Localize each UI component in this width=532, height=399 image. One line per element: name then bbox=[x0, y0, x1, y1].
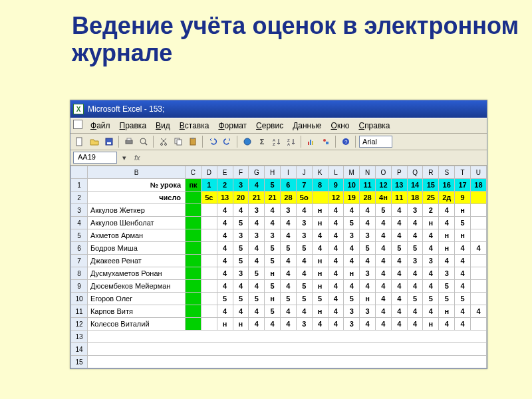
row-header[interactable]: 1 bbox=[71, 179, 88, 192]
cell[interactable]: 4 bbox=[281, 305, 297, 318]
cell[interactable]: н bbox=[217, 318, 233, 331]
cell[interactable]: 21 bbox=[249, 192, 265, 204]
cell[interactable] bbox=[470, 217, 486, 229]
cell[interactable]: н bbox=[312, 267, 328, 280]
row-header[interactable]: 2 bbox=[71, 192, 88, 204]
row-header[interactable]: 3 bbox=[71, 204, 88, 217]
cell[interactable]: 3 bbox=[296, 229, 312, 242]
cell[interactable]: 4 bbox=[217, 255, 233, 267]
cell[interactable] bbox=[186, 217, 201, 229]
cell[interactable]: н bbox=[423, 318, 439, 331]
copy-icon[interactable] bbox=[172, 135, 185, 148]
cell[interactable] bbox=[186, 318, 201, 331]
cell[interactable]: 4 bbox=[391, 229, 407, 242]
cell[interactable]: 4 bbox=[217, 204, 233, 217]
cell[interactable]: 5 bbox=[312, 293, 328, 305]
cell[interactable] bbox=[201, 242, 217, 255]
cell-student-name[interactable]: Дусмухаметов Ронан bbox=[87, 267, 185, 280]
cell[interactable] bbox=[201, 217, 217, 229]
cell[interactable]: 3 bbox=[233, 267, 249, 280]
cell[interactable]: 4 bbox=[455, 305, 471, 318]
cell-student-name[interactable]: Ахметов Арман bbox=[87, 229, 185, 242]
cell[interactable]: 9 bbox=[328, 179, 344, 192]
cell[interactable]: 18 bbox=[407, 192, 423, 204]
cell[interactable]: н bbox=[265, 293, 281, 305]
open-icon[interactable] bbox=[88, 135, 101, 148]
cell[interactable]: 4 bbox=[328, 229, 344, 242]
cell[interactable]: 4 bbox=[391, 305, 407, 318]
cell[interactable] bbox=[470, 204, 486, 217]
cell[interactable]: 4 bbox=[312, 229, 328, 242]
cell[interactable]: 17 bbox=[455, 179, 471, 192]
cell[interactable]: 16 bbox=[439, 179, 455, 192]
cell[interactable] bbox=[470, 192, 486, 204]
row-header[interactable]: 10 bbox=[71, 293, 88, 305]
cell[interactable]: 4 bbox=[360, 280, 376, 293]
cell[interactable]: 5с bbox=[201, 192, 217, 204]
cell[interactable]: 4 bbox=[360, 318, 376, 331]
col-header[interactable]: R bbox=[423, 166, 439, 179]
cell[interactable]: 5 bbox=[296, 280, 312, 293]
cell[interactable]: 3 bbox=[407, 255, 423, 267]
menu-edit[interactable]: Правка bbox=[116, 120, 151, 132]
cell[interactable]: 6 bbox=[281, 179, 297, 192]
cell[interactable]: 4 bbox=[217, 267, 233, 280]
cell[interactable]: 4 bbox=[439, 217, 455, 229]
col-header[interactable]: N bbox=[360, 166, 376, 179]
col-header[interactable]: T bbox=[455, 166, 471, 179]
cell[interactable]: 4 bbox=[217, 242, 233, 255]
cell[interactable]: 28 bbox=[360, 192, 376, 204]
cell[interactable]: 21 bbox=[265, 192, 281, 204]
cell[interactable]: н bbox=[312, 280, 328, 293]
row-header[interactable]: 4 bbox=[71, 217, 88, 229]
cell[interactable]: н bbox=[439, 242, 455, 255]
cell[interactable]: 5 bbox=[233, 255, 249, 267]
cell[interactable] bbox=[186, 229, 201, 242]
cell[interactable]: 4 bbox=[328, 293, 344, 305]
cell[interactable]: 5о bbox=[296, 192, 312, 204]
cell[interactable]: 5 bbox=[217, 293, 233, 305]
cell[interactable]: 4 bbox=[407, 267, 423, 280]
cell[interactable] bbox=[186, 255, 201, 267]
cell[interactable]: 4 bbox=[281, 280, 297, 293]
cell[interactable]: 5 bbox=[265, 242, 281, 255]
cell[interactable]: 5 bbox=[233, 242, 249, 255]
cell[interactable]: н bbox=[312, 305, 328, 318]
cell[interactable]: 4 bbox=[328, 242, 344, 255]
cell[interactable]: 4 bbox=[375, 305, 391, 318]
cell[interactable] bbox=[186, 305, 201, 318]
row-header[interactable]: 7 bbox=[71, 255, 88, 267]
cell[interactable]: 4 bbox=[328, 204, 344, 217]
cell[interactable]: 4 bbox=[344, 242, 360, 255]
col-header[interactable]: D bbox=[201, 166, 217, 179]
row-header[interactable]: 13 bbox=[71, 331, 88, 343]
cell[interactable]: 25 bbox=[423, 192, 439, 204]
cell[interactable]: 5 bbox=[375, 204, 391, 217]
cell[interactable]: 4 bbox=[328, 217, 344, 229]
cell[interactable]: н bbox=[360, 293, 376, 305]
cell[interactable]: н bbox=[312, 255, 328, 267]
cell[interactable]: 5 bbox=[249, 267, 265, 280]
col-header[interactable]: L bbox=[328, 166, 344, 179]
cell[interactable]: 13 bbox=[391, 179, 407, 192]
cell[interactable]: 4 bbox=[360, 204, 376, 217]
help-icon[interactable]: ? bbox=[339, 135, 352, 148]
cell[interactable]: 4 bbox=[281, 255, 297, 267]
cell[interactable]: 4 bbox=[407, 280, 423, 293]
cell[interactable]: 2 bbox=[423, 204, 439, 217]
cell[interactable]: 4 bbox=[391, 217, 407, 229]
sort-desc-icon[interactable]: ZA bbox=[285, 135, 298, 148]
cell[interactable] bbox=[186, 242, 201, 255]
cell[interactable]: 3 bbox=[281, 204, 297, 217]
cell[interactable]: 4 bbox=[328, 267, 344, 280]
cell[interactable] bbox=[470, 293, 486, 305]
cut-icon[interactable] bbox=[157, 135, 170, 148]
cell[interactable]: 4 bbox=[391, 255, 407, 267]
cell[interactable]: пк bbox=[186, 179, 201, 192]
cell[interactable]: 3 bbox=[296, 217, 312, 229]
cell[interactable]: 11 bbox=[391, 192, 407, 204]
cell[interactable]: 4 bbox=[423, 280, 439, 293]
cell[interactable]: 4 bbox=[281, 318, 297, 331]
print-icon[interactable] bbox=[122, 135, 136, 148]
row-header[interactable]: 9 bbox=[71, 280, 88, 293]
